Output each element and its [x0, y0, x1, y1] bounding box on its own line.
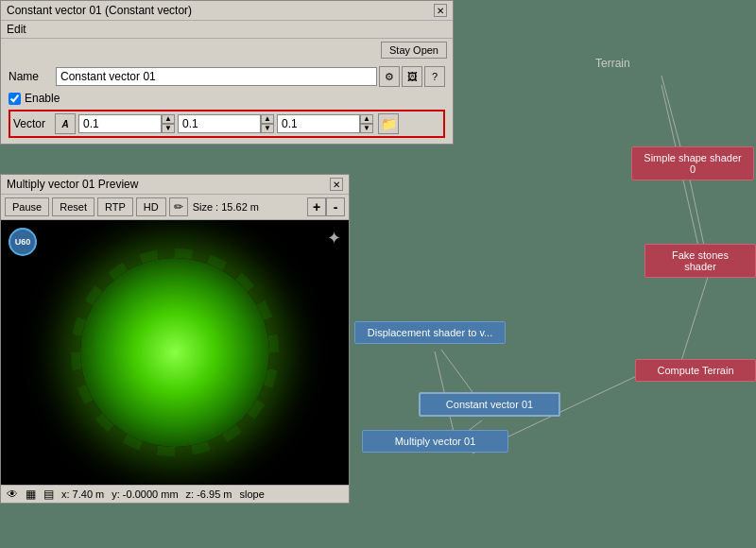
- vector-y-arrows: ▲ ▼: [261, 114, 274, 133]
- enable-row: Enable: [9, 92, 445, 105]
- panel-titlebar: Constant vector 01 (Constant vector) ✕: [1, 1, 453, 21]
- status-x: x: 7.40 m: [61, 488, 104, 500]
- preview-panel: Multiply vector 01 Preview ✕ Pause Reset…: [0, 174, 350, 504]
- plus-button[interactable]: +: [307, 197, 326, 216]
- preview-statusbar: 👁 ▦ ▤ x: 7.40 m y: -0.0000 mm z: -6.95 m…: [1, 485, 349, 503]
- vector-a-btn[interactable]: A: [55, 113, 76, 134]
- vector-y-spinner: ▲ ▼: [178, 114, 274, 133]
- svg-line-0: [662, 76, 680, 146]
- green-glow: [80, 258, 269, 447]
- pencil-icon-btn[interactable]: ✏: [169, 197, 188, 216]
- stay-open-button[interactable]: Stay Open: [381, 42, 447, 59]
- name-input[interactable]: [56, 67, 377, 86]
- node-simple-shape[interactable]: Simple shape shader 0: [631, 146, 754, 180]
- close-button[interactable]: ✕: [434, 4, 447, 17]
- preview-badge: U60: [9, 228, 37, 256]
- help-icon-btn[interactable]: ?: [424, 66, 445, 87]
- vector-y-up[interactable]: ▲: [261, 114, 274, 124]
- vector-x-input[interactable]: [78, 114, 162, 133]
- vector-z-down[interactable]: ▼: [360, 124, 373, 133]
- hd-button[interactable]: HD: [136, 197, 166, 216]
- grid-icon: ▦: [26, 488, 36, 501]
- node-displacement-shader[interactable]: Displacement shader to v...: [354, 321, 506, 344]
- preview-titlebar: Multiply vector 01 Preview ✕: [1, 175, 349, 195]
- status-z: z: -6.95 m: [186, 488, 232, 500]
- pause-button[interactable]: Pause: [5, 197, 49, 216]
- preview-toolbar: Pause Reset RTP HD ✏ Size : 15.62 m + -: [1, 195, 349, 220]
- vector-x-up[interactable]: ▲: [162, 114, 175, 124]
- vector-x-down[interactable]: ▼: [162, 124, 175, 133]
- vector-y-input[interactable]: [178, 114, 261, 133]
- node-constant-vector[interactable]: Constant vector 01: [419, 392, 560, 417]
- vector-x-arrows: ▲ ▼: [162, 114, 175, 133]
- preview-canvas: U60 ✦: [1, 220, 349, 485]
- enable-checkbox[interactable]: [9, 93, 21, 105]
- panel-content: Name ⚙ 🖼 ? Enable Vector A ▲ ▼: [1, 60, 453, 144]
- preview-title: Multiply vector 01 Preview: [7, 178, 138, 191]
- vector-a-icon: A: [61, 119, 68, 129]
- svg-line-3: [441, 350, 472, 392]
- edit-menu[interactable]: Edit: [7, 23, 26, 36]
- vector-z-spinner: ▲ ▼: [277, 114, 373, 133]
- stay-open-area: Stay Open: [1, 39, 453, 60]
- svg-line-7: [680, 274, 709, 364]
- plus-minus-group: + -: [307, 197, 345, 216]
- node-terrain-label: Terrain: [586, 52, 640, 75]
- folder-icon-btn[interactable]: 📁: [378, 113, 399, 134]
- menu-bar[interactable]: Edit: [1, 21, 453, 39]
- node-multiply-vector[interactable]: Multiply vector 01: [362, 430, 508, 453]
- vector-label: Vector: [13, 117, 55, 130]
- settings-icon-btn[interactable]: ⚙: [379, 66, 400, 87]
- node-fake-stones[interactable]: Fake stones shader: [644, 244, 756, 278]
- vector-x-spinner: ▲ ▼: [78, 114, 175, 133]
- vector-z-input[interactable]: [277, 114, 360, 133]
- enable-label: Enable: [25, 92, 60, 105]
- svg-line-2: [690, 180, 704, 246]
- vector-z-arrows: ▲ ▼: [360, 114, 373, 133]
- minus-button[interactable]: -: [326, 197, 345, 216]
- status-y: y: -0.0000 mm: [112, 488, 178, 500]
- name-row: Name ⚙ 🖼 ?: [9, 66, 445, 87]
- rtp-button[interactable]: RTP: [97, 197, 133, 216]
- terrain-icon: ▤: [43, 488, 54, 501]
- reset-button[interactable]: Reset: [52, 197, 94, 216]
- vector-y-down[interactable]: ▼: [261, 124, 274, 133]
- panel-title: Constant vector 01 (Constant vector): [7, 4, 192, 17]
- eye-icon: 👁: [7, 488, 18, 501]
- vector-z-up[interactable]: ▲: [360, 114, 373, 124]
- constant-vector-panel: Constant vector 01 (Constant vector) ✕ E…: [0, 0, 454, 145]
- node-compute-terrain[interactable]: Compute Terrain: [635, 359, 756, 382]
- status-slope: slope: [239, 488, 264, 500]
- size-label: Size : 15.62 m: [193, 201, 259, 213]
- image-icon-btn[interactable]: 🖼: [402, 66, 422, 87]
- preview-close-btn[interactable]: ✕: [330, 178, 343, 191]
- name-label: Name: [9, 70, 56, 83]
- compass-icon: ✦: [327, 228, 341, 248]
- vector-row: Vector A ▲ ▼ ▲ ▼: [9, 110, 445, 138]
